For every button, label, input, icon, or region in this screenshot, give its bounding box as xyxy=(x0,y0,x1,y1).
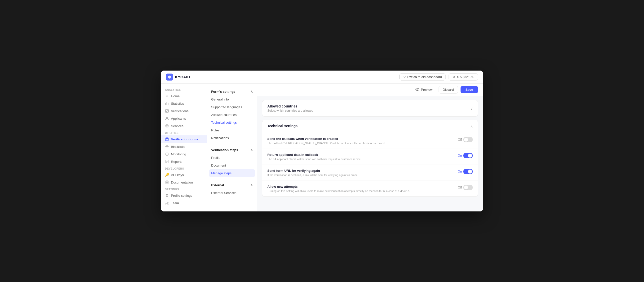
sidebar-item-blacklists[interactable]: Blacklists xyxy=(161,143,207,150)
panel-item-external-services[interactable]: External Services xyxy=(207,189,257,197)
sidebar-item-profile-settings[interactable]: ⚙ Profile settings xyxy=(161,192,207,199)
settings-section-label: Settings xyxy=(161,186,207,192)
external-label: External xyxy=(211,183,224,187)
send-form-url-info: Send form URL for verifying again If the… xyxy=(267,169,358,177)
utilities-section-label: Utilities xyxy=(161,130,207,135)
forms-settings-chevron-icon: ∧ xyxy=(250,89,253,93)
sidebar-item-verifications[interactable]: Verifications xyxy=(161,107,207,115)
reports-icon xyxy=(165,160,169,164)
preview-label: Preview xyxy=(421,88,432,91)
balance-badge: 🖥 € 50,321.60 xyxy=(448,73,478,80)
content-area: Preview Discard Save Allowed countries S… xyxy=(257,83,483,212)
verification-steps-chevron-icon: ∧ xyxy=(250,148,253,152)
sidebar-item-services[interactable]: Services xyxy=(161,122,207,130)
header-right: ↻ Switch to old dashboard 🖥 € 50,321.60 xyxy=(400,73,478,80)
team-icon xyxy=(165,201,169,205)
setting-row-send-form-url: Send form URL for verifying again If the… xyxy=(262,165,478,181)
allowed-countries-header-info: Allowed countries Select which countries… xyxy=(267,104,313,112)
middle-panel: Form's settings ∧ General info Supported… xyxy=(207,83,257,212)
verification-steps-header[interactable]: Verification steps ∧ xyxy=(207,146,257,154)
external-header[interactable]: External ∧ xyxy=(207,181,257,189)
sidebar-label-documentation: Documentation xyxy=(171,181,193,184)
forms-settings-header[interactable]: Form's settings ∧ xyxy=(207,87,257,95)
api-keys-icon: 🔑 xyxy=(165,173,169,177)
forms-settings-label: Form's settings xyxy=(211,90,235,93)
allowed-countries-subtitle: Select which countries are allowed xyxy=(267,109,313,112)
svg-point-14 xyxy=(167,154,168,155)
eye-icon xyxy=(415,87,419,92)
balance-value: € 50,321.60 xyxy=(457,75,474,79)
sidebar-item-statistics[interactable]: Statistics xyxy=(161,100,207,107)
logo-area: KYCAID xyxy=(166,73,190,80)
allow-new-attempts-description: Turning on this setting will allow users… xyxy=(267,190,410,193)
sidebar-item-home[interactable]: ⌂ Home xyxy=(161,92,207,100)
send-callback-toggle[interactable] xyxy=(463,137,473,142)
technical-settings-chevron-icon: ∧ xyxy=(470,124,473,128)
sidebar-item-reports[interactable]: Reports xyxy=(161,158,207,165)
external-chevron-icon: ∧ xyxy=(250,183,253,187)
svg-point-5 xyxy=(166,125,168,127)
send-form-url-toggle[interactable] xyxy=(463,169,473,174)
sidebar-item-verification-forms[interactable]: Verification forms xyxy=(161,135,207,143)
refresh-icon: ↻ xyxy=(403,75,406,79)
allow-new-attempts-title: Allow new attempts xyxy=(267,185,410,189)
home-icon: ⌂ xyxy=(165,94,169,98)
top-header: KYCAID ↻ Switch to old dashboard 🖥 € 50,… xyxy=(161,70,483,83)
main-layout: Analytics ⌂ Home Statistics Verification… xyxy=(161,83,483,212)
send-callback-toggle-container: Off xyxy=(458,137,473,142)
allowed-countries-card: Allowed countries Select which countries… xyxy=(262,100,478,117)
verifications-icon xyxy=(165,109,169,113)
allow-new-attempts-toggle[interactable] xyxy=(463,185,473,190)
panel-item-profile[interactable]: Profile xyxy=(207,154,257,162)
panel-item-supported-languages[interactable]: Supported languages xyxy=(207,103,257,111)
monitoring-icon xyxy=(165,152,169,156)
preview-button[interactable]: Preview xyxy=(412,85,436,94)
panel-item-technical-settings[interactable]: Technical settings xyxy=(207,119,257,126)
switch-dashboard-label: Switch to old dashboard xyxy=(407,75,442,79)
panel-item-general-info[interactable]: General info xyxy=(207,95,257,103)
svg-rect-2 xyxy=(168,103,168,105)
svg-point-28 xyxy=(416,88,419,90)
allow-new-attempts-toggle-label: Off xyxy=(458,186,462,189)
sidebar-label-reports: Reports xyxy=(171,160,182,164)
send-callback-toggle-label: Off xyxy=(458,138,462,141)
panel-item-manage-steps[interactable]: Manage steps xyxy=(209,169,255,177)
setting-row-allow-new-attempts: Allow new attempts Turning on this setti… xyxy=(262,181,478,197)
switch-dashboard-button[interactable]: ↻ Switch to old dashboard xyxy=(400,73,446,80)
sidebar-item-api-keys[interactable]: 🔑 API keys xyxy=(161,171,207,179)
return-applicant-description: The full applicant object will be send w… xyxy=(267,158,361,161)
allow-new-attempts-toggle-container: Off xyxy=(458,185,473,190)
return-applicant-toggle-container: On xyxy=(458,153,473,158)
sidebar-label-monitoring: Monitoring xyxy=(171,152,186,156)
save-label: Save xyxy=(466,88,473,91)
sidebar-item-team[interactable]: Team xyxy=(161,199,207,207)
panel-item-rules[interactable]: Rules xyxy=(207,126,257,134)
external-section: External ∧ External Services xyxy=(207,179,257,199)
blacklists-icon xyxy=(165,145,169,149)
svg-point-27 xyxy=(167,202,168,203)
send-callback-description: The callback "VERIFICATION_STATUS_CHANGE… xyxy=(267,142,385,145)
return-applicant-info: Return applicant data in callback The fu… xyxy=(267,153,361,161)
panel-item-document[interactable]: Document xyxy=(207,162,257,169)
verification-forms-icon xyxy=(165,137,169,141)
app-window: KYCAID ↻ Switch to old dashboard 🖥 € 50,… xyxy=(161,70,483,212)
send-form-url-title: Send form URL for verifying again xyxy=(267,169,358,173)
allowed-countries-title: Allowed countries xyxy=(267,104,313,108)
panel-item-allowed-countries[interactable]: Allowed countries xyxy=(207,111,257,119)
svg-point-29 xyxy=(417,89,418,90)
sidebar-item-documentation[interactable]: Documentation xyxy=(161,179,207,186)
documentation-icon xyxy=(165,180,169,184)
forms-settings-section: Form's settings ∧ General info Supported… xyxy=(207,85,257,144)
allowed-countries-card-header[interactable]: Allowed countries Select which countries… xyxy=(262,100,478,116)
panel-item-notifications[interactable]: Notifications xyxy=(207,134,257,142)
sidebar-item-applicants[interactable]: Applicants xyxy=(161,115,207,122)
discard-button[interactable]: Discard xyxy=(438,86,458,93)
save-button[interactable]: Save xyxy=(460,86,478,93)
technical-settings-card-header[interactable]: Technical settings ∧ xyxy=(262,120,478,133)
return-applicant-toggle[interactable] xyxy=(463,153,473,158)
sidebar-label-verifications: Verifications xyxy=(171,109,188,113)
analytics-section-label: Analytics xyxy=(161,86,207,92)
sidebar-item-monitoring[interactable]: Monitoring xyxy=(161,150,207,158)
content-toolbar: Preview Discard Save xyxy=(257,83,483,96)
svg-rect-0 xyxy=(166,103,166,105)
